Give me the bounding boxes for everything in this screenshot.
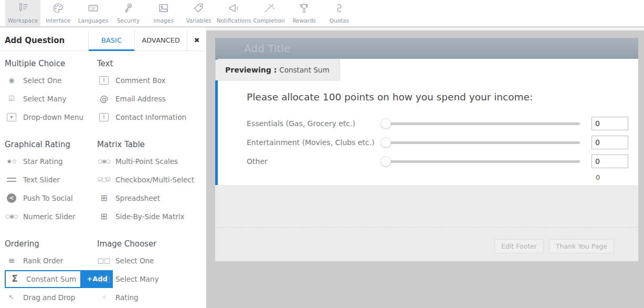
toolbar-item-quotas[interactable]: Quotas (322, 0, 357, 26)
toolbar-item-variables[interactable]: Variables (181, 0, 216, 26)
numbered-list-icon: ≡ (5, 256, 18, 265)
slider[interactable] (382, 118, 580, 129)
drag-cursor-icon: ↖ (5, 294, 18, 301)
question-text: Please allocate 100 points on how you sp… (247, 91, 629, 102)
edit-footer-button[interactable]: Edit Footer (494, 239, 544, 253)
preview-footer-panel: Edit Footer Thank You Page (215, 185, 638, 261)
sidebar-item-numeric-slider[interactable]: ○◉○ Numeric Slider (5, 207, 96, 225)
rewards-icon (298, 2, 311, 17)
sidebar-item-image-rating[interactable]: ☝ Rating (97, 288, 203, 306)
section-title: Graphical Rating (5, 140, 96, 149)
toolbar-item-label: Security (117, 17, 140, 24)
checkboxes-icon: ☑□☑ (97, 177, 111, 182)
sidebar-item-contact-information[interactable]: I Contact Information (97, 108, 203, 126)
toolbar-item-workspace[interactable]: Workspace (5, 0, 40, 26)
tab-advanced[interactable]: ADVANCED (134, 30, 187, 50)
slider-icon (7, 177, 16, 183)
points-input[interactable] (592, 117, 628, 130)
toolbar-item-label: Notifications (217, 17, 251, 24)
sigma-icon: Σ (8, 274, 22, 283)
thank-you-page-button[interactable]: Thank You Page (549, 239, 614, 253)
close-icon[interactable]: ✖ (187, 30, 206, 50)
sidebar-item-side-by-side-matrix[interactable]: ⊞ Side-By-Side Matrix (97, 207, 203, 225)
slider-handle[interactable] (381, 137, 391, 148)
toolbar-item-label: Quotas (330, 17, 349, 24)
workspace-icon (16, 2, 29, 17)
sidebar-item-text-slider[interactable]: Text Slider (5, 170, 96, 189)
total-value: 0 (592, 173, 629, 181)
sidebar-item-drag-and-drop[interactable]: ↖ Drag and Drop (5, 288, 96, 306)
quotas-icon (333, 2, 346, 17)
slider[interactable] (382, 156, 580, 167)
toolbar-item-label: Interface (46, 17, 70, 24)
sidebar-item-constant-sum[interactable]: Σ Constant Sum +Add (5, 270, 96, 288)
sidebar-header: Add Question BASIC ADVANCED ✖ (0, 30, 206, 51)
sidebar-item-push-to-social[interactable]: < Push To Social (5, 189, 96, 207)
slider-handle[interactable] (381, 156, 391, 167)
add-title-placeholder[interactable]: Add Title (244, 42, 290, 55)
variables-icon (192, 2, 205, 17)
thumbs-icon: ☝ (97, 294, 111, 301)
section-ordering: Ordering ≡ Rank Order Σ Constant Sum +Ad… (5, 239, 96, 306)
slider-handle[interactable] (381, 118, 391, 129)
text-cursor-box-icon: I (99, 76, 109, 85)
languages-icon (87, 2, 100, 17)
multi-point-icon: ○◉○ (5, 214, 18, 219)
survey-title-bar[interactable]: Add Title (215, 38, 638, 59)
toolbar-item-interface[interactable]: Interface (40, 0, 76, 26)
toolbar-item-notifications[interactable]: Notifications (216, 0, 251, 26)
image-pair-icon: □□ (97, 257, 111, 264)
toolbar-item-label: Rewards (292, 17, 316, 24)
constant-sum-rows: Essentials (Gas, Grocery etc.) Entertain… (247, 114, 629, 181)
section-graphical-rating: Graphical Rating ★☆ Star Rating Text Sli… (5, 140, 96, 225)
constant-sum-row: Entertainment (Movies, Clubs etc.) (247, 133, 629, 152)
section-title: Multiple Choice (5, 59, 96, 68)
sidebar-item-checkbox-multi-select[interactable]: ☑□☑ Checkbox/Multi-Select (97, 170, 203, 189)
sidebar-item-comment-box[interactable]: I Comment Box (97, 71, 203, 89)
section-image-chooser: Image Chooser □□ Select One □□ Select Ma… (97, 239, 203, 306)
slider-track[interactable] (386, 141, 580, 144)
images-icon (157, 2, 170, 17)
multi-point-icon: ○◉○ (97, 159, 111, 164)
row-label: Entertainment (Movies, Clubs etc.) (247, 138, 382, 147)
sidebar-item-multi-point-scales[interactable]: ○◉○ Multi-Point Scales (97, 152, 203, 170)
sidebar-item-rank-order[interactable]: ≡ Rank Order (5, 251, 96, 270)
footer-buttons: Edit Footer Thank You Page (494, 239, 614, 253)
sidebar-item-email-address[interactable]: @ Email Address (97, 89, 203, 108)
radio-list-icon: ◉ (5, 77, 18, 84)
sidebar-item-select-many[interactable]: ☑ Select Many (5, 89, 96, 108)
image-pair-icon: □□ (97, 275, 111, 282)
dropdown-icon: ▾ (7, 113, 16, 121)
sidebar-item-star-rating[interactable]: ★☆ Star Rating (5, 152, 96, 170)
points-input[interactable] (592, 155, 628, 168)
section-title: Text (97, 59, 203, 68)
completion-icon (262, 2, 276, 17)
question-type-grid: Multiple Choice ◉ Select One ☑ Select Ma… (0, 51, 206, 306)
dashed-separator (216, 227, 637, 228)
sidebar-item-select-one[interactable]: ◉ Select One (5, 71, 96, 89)
toolbar-item-security[interactable]: Security (111, 0, 146, 26)
toolbar-item-completion[interactable]: Completion (251, 0, 287, 26)
section-matrix-table: Matrix Table ○◉○ Multi-Point Scales ☑□☑ … (97, 140, 203, 225)
sidebar-item-image-select-one[interactable]: □□ Select One (97, 251, 203, 270)
slider-track[interactable] (386, 122, 580, 125)
sidebar-item-dropdown-menu[interactable]: ▾ Drop-down Menu (5, 108, 96, 126)
previewing-value: Constant Sum (279, 66, 329, 74)
text-cursor-box-icon: I (99, 113, 109, 121)
tab-basic[interactable]: BASIC (88, 30, 134, 50)
sidebar-item-spreadsheet[interactable]: ⊞ Spreadsheet (97, 189, 203, 207)
sidebar-item-image-select-many[interactable]: □□ Select Many (97, 270, 203, 288)
section-text: Text I Comment Box @ Email Address I Con… (97, 59, 203, 126)
interface-icon (51, 2, 65, 17)
toolbar-item-rewards[interactable]: Rewards (287, 0, 322, 26)
slider[interactable] (382, 137, 580, 148)
toolbar-item-images[interactable]: Images (146, 0, 181, 26)
row-label: Other (247, 157, 382, 166)
previewing-badge: Previewing : Constant Sum (215, 59, 340, 80)
toolbar-item-languages[interactable]: Languages (76, 0, 111, 26)
toolbar-item-label: Languages (78, 17, 108, 24)
slider-track[interactable] (386, 160, 580, 163)
points-input[interactable] (592, 136, 628, 149)
add-question-sidebar: Add Question BASIC ADVANCED ✖ Multiple C… (0, 27, 206, 308)
section-title: Ordering (5, 239, 96, 249)
